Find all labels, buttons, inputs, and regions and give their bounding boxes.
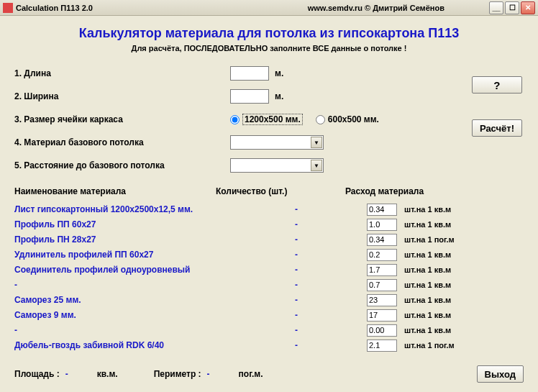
table-row: Удлинитель профилей ПП 60x27-шт.на 1 кв.…: [14, 247, 524, 262]
material-unit: шт.на 1 пог.м: [404, 235, 455, 244]
table-row: Лист гипсокартонный 1200x2500x12,5 мм.-ш…: [14, 202, 524, 216]
material-name: Профиль ПП 60x27: [14, 219, 266, 229]
table-row: Дюбель-гвоздь забивной RDK 6/40-шт.на 1 …: [14, 338, 524, 352]
material-name: -: [14, 325, 266, 335]
material-name: Дюбель-гвоздь забивной RDK 6/40: [14, 340, 266, 350]
col-header-consumption: Расход материала: [345, 186, 524, 196]
unit-length: м.: [275, 68, 283, 78]
row-distance: 5. Расстояние до базового потолка ▼: [14, 158, 524, 173]
radio-cell-600-input[interactable]: [316, 115, 325, 124]
material-name: Удлинитель профилей ПП 60x27: [14, 250, 266, 260]
materials-table-header: Наименование материала Количество (шт.) …: [14, 186, 524, 196]
material-rate-input[interactable]: [367, 264, 397, 276]
input-width[interactable]: [230, 89, 269, 104]
unit-width: м.: [275, 91, 283, 101]
page-subtitle: Для расчёта, ПОСЛЕДОВАТЕЛЬНО заполните В…: [14, 44, 524, 53]
label-width: 2. Ширина: [14, 91, 230, 101]
material-rate-input[interactable]: [367, 204, 397, 216]
material-qty: -: [266, 340, 367, 350]
material-unit: шт.на 1 кв.м: [404, 311, 451, 319]
close-button[interactable]: ✕: [521, 1, 535, 14]
material-rate-input[interactable]: [367, 309, 397, 322]
radio-cell-600[interactable]: 600x500 мм.: [316, 114, 379, 124]
help-button[interactable]: ?: [472, 76, 522, 94]
material-qty: -: [266, 310, 367, 320]
label-length: 1. Длина: [14, 68, 230, 78]
calculate-button[interactable]: Расчёт!: [472, 119, 522, 137]
material-qty: -: [266, 295, 367, 305]
select-distance[interactable]: ▼: [230, 158, 324, 173]
material-rate-input[interactable]: [367, 234, 397, 246]
radio-cell-1200[interactable]: 1200x500 мм.: [230, 114, 303, 125]
material-qty: -: [266, 280, 367, 290]
material-unit: шт.на 1 кв.м: [404, 265, 451, 274]
perimeter-label: Периметр :: [154, 369, 201, 379]
perimeter-unit: пог.м.: [239, 369, 263, 379]
content-area: Калькулятор материала для потолка из гип…: [0, 16, 538, 390]
material-unit: шт.на 1 кв.м: [404, 281, 451, 289]
radio-cell-1200-label: 1200x500 мм.: [242, 114, 303, 125]
minimize-button[interactable]: __: [489, 1, 503, 14]
material-name: Лист гипсокартонный 1200x2500x12,5 мм.: [14, 204, 266, 214]
chevron-down-icon: ▼: [311, 160, 322, 171]
material-name: Саморез 25 мм.: [14, 295, 266, 305]
select-base-material[interactable]: ▼: [230, 135, 324, 150]
col-header-name: Наименование материала: [14, 186, 216, 196]
titlebar: Calculation П113 2.0 www.semdv.ru © Дмит…: [0, 0, 538, 16]
material-qty: -: [266, 234, 367, 245]
material-unit: шт.на 1 пог.м: [404, 341, 455, 350]
side-buttons: ? Расчёт!: [472, 76, 522, 137]
area-value: -: [65, 369, 68, 379]
material-qty: -: [266, 204, 367, 214]
chevron-down-icon: ▼: [311, 137, 322, 148]
material-qty: -: [266, 250, 367, 260]
radio-cell-1200-input[interactable]: [230, 115, 240, 124]
row-cell-size: 3. Размер ячейки каркаса 1200x500 мм. 60…: [14, 111, 524, 127]
radio-cell-600-label: 600x500 мм.: [328, 114, 379, 124]
material-rate-input[interactable]: [367, 339, 397, 352]
label-base-material: 4. Материал базового потолка: [14, 137, 230, 147]
input-length[interactable]: [230, 66, 269, 81]
material-unit: шт.на 1 кв.м: [404, 296, 451, 304]
maximize-button[interactable]: ☐: [505, 1, 519, 14]
material-rate-input[interactable]: [367, 219, 397, 231]
label-cell-size: 3. Размер ячейки каркаса: [14, 114, 230, 124]
material-name: -: [14, 280, 266, 290]
exit-button[interactable]: Выход: [477, 365, 524, 383]
row-length: 1. Длина м.: [14, 65, 524, 81]
material-rate-input[interactable]: [367, 279, 397, 291]
materials-table-body: Лист гипсокартонный 1200x2500x12,5 мм.-ш…: [14, 202, 524, 352]
label-distance: 5. Расстояние до базового потолка: [14, 160, 230, 170]
material-name: Соединитель профилей одноуровневый: [14, 265, 266, 275]
table-row: Профиль ПП 60x27-шт.на 1 кв.м: [14, 217, 524, 232]
material-unit: шт.на 1 кв.м: [404, 250, 451, 259]
material-unit: шт.на 1 кв.м: [404, 326, 451, 334]
material-rate-input[interactable]: [367, 294, 397, 306]
material-unit: шт.на 1 кв.м: [404, 220, 451, 229]
col-header-qty: Количество (шт.): [216, 186, 345, 196]
area-label: Площадь :: [14, 369, 60, 379]
app-icon: [3, 3, 13, 13]
page-title: Калькулятор материала для потолка из гип…: [14, 26, 524, 41]
material-rate-input[interactable]: [367, 249, 397, 261]
row-base-material: 4. Материал базового потолка ▼: [14, 135, 524, 150]
window-credit: www.semdv.ru © Дмитрий Семёнов: [308, 4, 444, 12]
material-rate-input[interactable]: [367, 324, 397, 337]
material-name: Саморез 9 мм.: [14, 310, 266, 320]
table-row: --шт.на 1 кв.м: [14, 278, 524, 292]
perimeter-value: -: [207, 369, 210, 379]
table-row: Профиль ПН 28x27-шт.на 1 пог.м: [14, 232, 524, 247]
table-row: Саморез 9 мм.-шт.на 1 кв.м: [14, 308, 524, 322]
table-row: --шт.на 1 кв.м: [14, 323, 524, 337]
area-unit: кв.м.: [97, 369, 118, 379]
table-row: Соединитель профилей одноуровневый-шт.на…: [14, 263, 524, 277]
footer-bar: Площадь : - кв.м. Периметр : - пог.м. Вы…: [14, 365, 524, 383]
material-unit: шт.на 1 кв.м: [404, 205, 451, 214]
table-row: Саморез 25 мм.-шт.на 1 кв.м: [14, 293, 524, 307]
material-qty: -: [266, 265, 367, 275]
material-qty: -: [266, 219, 367, 229]
material-name: Профиль ПН 28x27: [14, 234, 266, 245]
window-title: Calculation П113 2.0: [16, 4, 93, 12]
material-qty: -: [266, 325, 367, 335]
row-width: 2. Ширина м.: [14, 88, 524, 104]
